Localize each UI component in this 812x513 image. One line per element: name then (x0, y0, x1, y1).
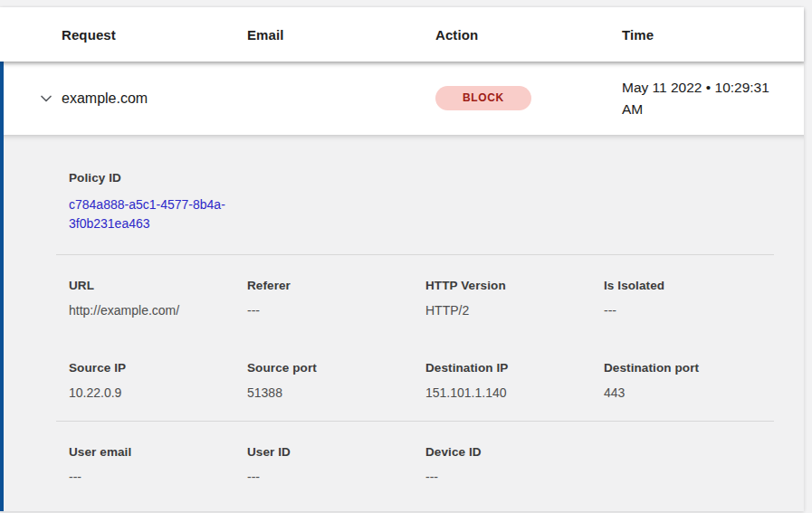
detail-field-destination-port: Destination port 443 (604, 361, 782, 400)
status-badge: BLOCK (435, 86, 531, 110)
time-cell: May 11 2022 • 10:29:31 AM (622, 77, 779, 120)
chevron-down-icon[interactable] (38, 90, 54, 107)
field-label: HTTP Version (425, 279, 604, 292)
section-divider (56, 421, 774, 422)
field-value: --- (69, 470, 247, 484)
table-row[interactable]: example.com BLOCK May 11 2022 • 10:29:31… (0, 62, 804, 135)
field-value: http://example.com/ (69, 303, 247, 318)
policy-id-label: Policy ID (69, 171, 804, 185)
field-label: User ID (247, 445, 425, 459)
field-value: 443 (604, 385, 782, 400)
field-label: Is Isolated (604, 279, 782, 292)
detail-field-source-port: Source port 51388 (247, 361, 425, 400)
field-value: 151.101.1.140 (425, 385, 604, 400)
field-label: Destination IP (425, 361, 604, 375)
log-table-card: Request Email Action Time example.com BL… (0, 7, 804, 511)
detail-field-destination-ip: Destination IP 151.101.1.140 (425, 361, 604, 400)
detail-field-device-id: Device ID --- (425, 445, 604, 484)
field-label: Source port (247, 361, 425, 375)
section-divider (56, 254, 774, 255)
field-value: 51388 (247, 385, 425, 400)
column-header-email: Email (247, 27, 435, 43)
table-header: Request Email Action Time (0, 7, 804, 62)
detail-row-network: Source IP 10.22.0.9 Source port 51388 De… (4, 361, 804, 400)
field-label: Source IP (69, 361, 247, 375)
field-value: 10.22.0.9 (69, 385, 247, 400)
detail-field-source-ip: Source IP 10.22.0.9 (69, 361, 247, 400)
request-cell: example.com (62, 90, 247, 107)
detail-field-is-isolated: Is Isolated --- (604, 279, 782, 318)
column-header-action: Action (435, 27, 622, 43)
policy-id-link[interactable]: c784a888-a5c1-4577-8b4a-3f0b231ea463 (69, 195, 261, 233)
row-detail-panel: Policy ID c784a888-a5c1-4577-8b4a-3f0b23… (0, 135, 804, 511)
field-label: Device ID (425, 445, 604, 459)
field-label: User email (69, 445, 247, 459)
action-cell: BLOCK (435, 86, 622, 110)
field-value: --- (425, 470, 604, 484)
detail-field-http-version: HTTP Version HTTP/2 (425, 279, 604, 318)
detail-field-user-email: User email --- (69, 445, 247, 484)
field-value: --- (604, 303, 782, 318)
detail-field-user-id: User ID --- (247, 445, 425, 484)
detail-row-user: User email --- User ID --- Device ID --- (4, 445, 804, 484)
field-label: URL (69, 279, 247, 292)
detail-field-empty (604, 445, 782, 484)
field-value: --- (247, 303, 425, 318)
policy-section: Policy ID c784a888-a5c1-4577-8b4a-3f0b23… (4, 171, 804, 233)
field-label: Referer (247, 279, 425, 292)
column-header-request: Request (62, 27, 247, 43)
field-value: HTTP/2 (425, 303, 604, 318)
field-value: --- (247, 470, 425, 484)
detail-field-referer: Referer --- (247, 279, 425, 318)
field-label: Destination port (604, 361, 782, 375)
column-header-time: Time (622, 27, 804, 43)
detail-row-http: URL http://example.com/ Referer --- HTTP… (4, 279, 804, 318)
detail-field-url: URL http://example.com/ (69, 279, 247, 318)
